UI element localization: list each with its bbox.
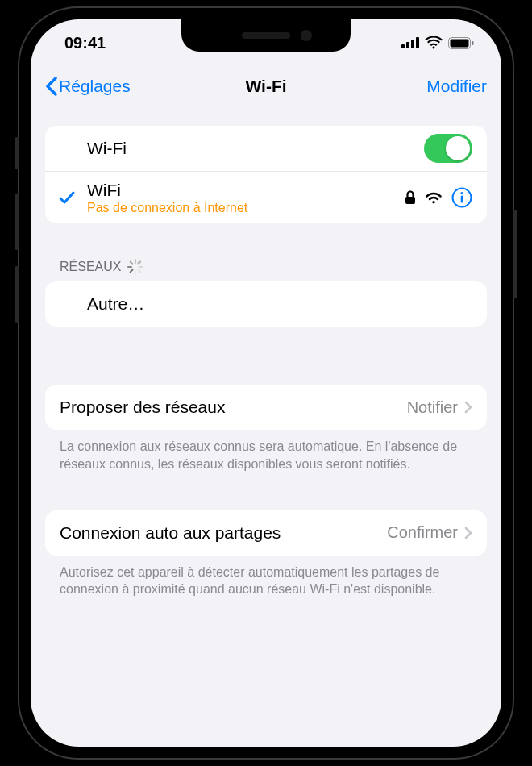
- svg-rect-5: [451, 39, 469, 47]
- ask-to-join-group: Proposer des réseaux Notifier: [45, 385, 487, 430]
- svg-rect-2: [411, 40, 414, 48]
- chevron-right-icon: [464, 527, 472, 539]
- edit-button[interactable]: Modifier: [426, 77, 487, 96]
- other-network-row[interactable]: Autre…: [45, 281, 487, 327]
- svg-line-18: [131, 262, 133, 264]
- networks-group: Autre…: [45, 281, 487, 327]
- svg-rect-1: [406, 42, 409, 48]
- power-button: [513, 210, 517, 298]
- network-name: WiFi: [87, 180, 405, 200]
- notch: [181, 19, 351, 52]
- wifi-toggle[interactable]: [424, 134, 472, 163]
- ask-to-join-label: Proposer des réseaux: [60, 398, 407, 417]
- volume-down-button: [15, 266, 19, 323]
- page-title: Wi-Fi: [245, 77, 286, 96]
- svg-rect-3: [416, 37, 419, 48]
- battery-icon: [448, 37, 474, 49]
- checkmark-icon: [58, 189, 76, 206]
- svg-rect-0: [401, 44, 405, 48]
- screen: 09:41 Réglages Wi-Fi Modi: [31, 19, 501, 747]
- wifi-icon: [425, 36, 443, 49]
- auto-hotspot-label: Connexion auto aux partages: [60, 523, 387, 543]
- wifi-signal-icon: [425, 191, 443, 204]
- other-network-label: Autre…: [87, 294, 472, 314]
- networks-header-label: RÉSEAUX: [60, 260, 121, 274]
- cellular-icon: [401, 37, 419, 48]
- auto-hotspot-row[interactable]: Connexion auto aux partages Confirmer: [45, 510, 487, 556]
- silent-switch: [15, 137, 19, 169]
- ask-to-join-value: Notifier: [407, 398, 458, 417]
- wifi-main-group: Wi-Fi WiFi Pas de connexion à Internet: [45, 126, 487, 223]
- back-button[interactable]: Réglages: [45, 77, 131, 96]
- ask-to-join-row[interactable]: Proposer des réseaux Notifier: [45, 385, 487, 430]
- svg-line-16: [131, 270, 133, 273]
- phone-frame: 09:41 Réglages Wi-Fi Modi: [19, 8, 513, 758]
- info-icon[interactable]: [451, 187, 472, 208]
- wifi-toggle-label: Wi-Fi: [87, 139, 424, 158]
- svg-rect-10: [461, 196, 463, 203]
- auto-hotspot-value: Confirmer: [387, 523, 458, 542]
- svg-line-14: [139, 270, 141, 273]
- ask-to-join-footer: La connexion aux réseaux connus sera aut…: [45, 430, 487, 473]
- connected-network-row[interactable]: WiFi Pas de connexion à Internet: [45, 172, 487, 223]
- network-status: Pas de connexion à Internet: [87, 200, 405, 215]
- auto-hotspot-footer: Autorisez cet appareil à détecter automa…: [45, 556, 487, 598]
- auto-hotspot-group: Connexion auto aux partages Confirmer: [45, 510, 487, 556]
- nav-bar: Réglages Wi-Fi Modifier: [31, 66, 501, 106]
- spinner-icon: [127, 259, 143, 275]
- volume-up-button: [15, 194, 19, 250]
- svg-rect-6: [472, 41, 474, 45]
- svg-rect-7: [405, 197, 415, 204]
- status-time: 09:41: [64, 34, 106, 52]
- networks-header: RÉSEAUX: [45, 259, 487, 281]
- lock-icon: [405, 190, 416, 205]
- back-label: Réglages: [59, 77, 131, 96]
- wifi-toggle-row: Wi-Fi: [45, 126, 487, 172]
- svg-point-9: [460, 192, 463, 194]
- chevron-left-icon: [45, 77, 57, 96]
- chevron-right-icon: [464, 401, 472, 414]
